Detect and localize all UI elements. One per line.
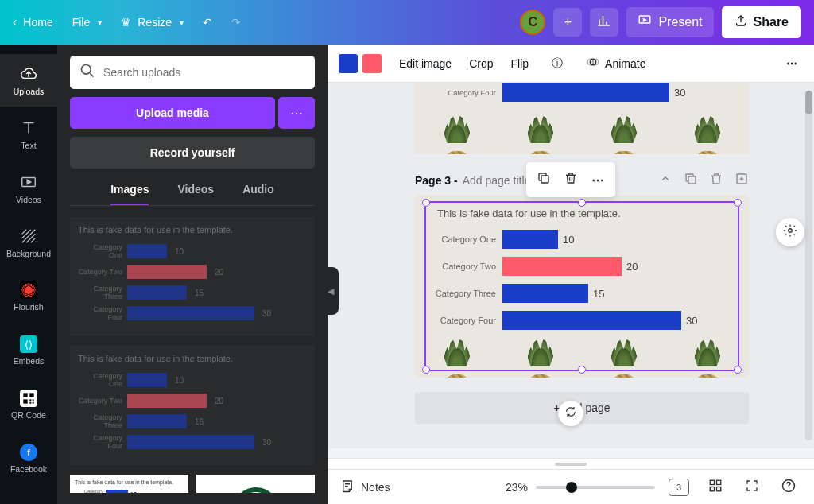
rail-label: Facebook: [10, 464, 47, 474]
rail-background[interactable]: Background: [0, 216, 57, 269]
notes-button[interactable]: Notes: [340, 479, 390, 495]
rail-uploads[interactable]: Uploads: [0, 54, 57, 107]
tab-videos[interactable]: Videos: [177, 183, 214, 205]
file-menu[interactable]: File ▾: [72, 16, 103, 29]
color-swatch-1[interactable]: [339, 54, 358, 73]
trash-icon: [564, 171, 578, 188]
horizontal-scrollbar[interactable]: [328, 448, 814, 458]
add-page-button[interactable]: [735, 172, 749, 188]
animate-button[interactable]: Animate: [586, 55, 645, 72]
fullscreen-button[interactable]: [739, 475, 765, 500]
file-label: File: [72, 16, 91, 29]
rail-label: Flourish: [14, 302, 43, 312]
page-preview[interactable]: Category Four30: [415, 83, 749, 154]
rail-label: Uploads: [14, 87, 45, 96]
svg-rect-4: [23, 399, 27, 403]
magic-icon: [783, 223, 797, 241]
present-label: Present: [658, 15, 702, 29]
svg-point-9: [82, 65, 91, 75]
page-up-button[interactable]: [658, 172, 673, 188]
header-right: C + Present Share: [520, 6, 801, 38]
crown-icon: ♛: [121, 16, 131, 29]
rail-qrcode[interactable]: QR Code: [0, 378, 57, 431]
color-swatch-2[interactable]: [362, 54, 382, 73]
vertical-scrollbar[interactable]: [805, 91, 812, 440]
bottom-bar: Notes 23% 3: [328, 469, 814, 504]
avatar[interactable]: C: [520, 10, 545, 35]
animate-icon: [586, 55, 600, 72]
undo-button[interactable]: ↶: [203, 16, 212, 29]
redo-button[interactable]: ↷: [231, 16, 241, 29]
duplicate-button[interactable]: [531, 167, 556, 192]
thumbnail[interactable]: This is fake data for use in the templat…: [70, 217, 315, 336]
background-icon: [19, 227, 38, 246]
canvas-area: Edit image Crop Flip ⓘ Animate ⋯ Categor…: [328, 45, 814, 504]
info-icon: ⓘ: [552, 56, 563, 71]
resize-handle[interactable]: [734, 199, 742, 207]
insights-button[interactable]: [590, 8, 618, 37]
zoom-control: 23%: [506, 481, 655, 494]
thumbnail-row: This is fake data for use in the templat…: [70, 475, 315, 493]
resize-menu[interactable]: ♛ Resize ▾: [121, 16, 184, 29]
page-floating-toolbar: ⋯: [526, 162, 615, 197]
flourish-icon: [20, 281, 37, 299]
record-yourself-button[interactable]: Record yourself: [70, 137, 315, 169]
more-button[interactable]: ⋯: [781, 52, 803, 75]
svg-rect-22: [710, 487, 714, 491]
help-icon: [781, 478, 797, 496]
rotate-fab[interactable]: [558, 401, 583, 426]
search-icon: [79, 63, 95, 82]
svg-rect-21: [717, 480, 721, 484]
scrollbar-thumb[interactable]: [805, 91, 812, 114]
crop-button[interactable]: Crop: [469, 57, 493, 70]
upload-media-button[interactable]: Upload media: [70, 97, 275, 129]
rail-embeds[interactable]: ⟨⟩ Embeds: [0, 324, 57, 377]
more-icon: ⋯: [290, 106, 303, 121]
flip-button[interactable]: Flip: [511, 57, 529, 70]
search-input[interactable]: [103, 66, 305, 79]
zoom-slider[interactable]: [536, 486, 655, 489]
thumbnail[interactable]: This is fake data for use in the templat…: [70, 346, 315, 465]
pineapple-row: [415, 335, 749, 378]
page-count-button[interactable]: 3: [666, 475, 692, 500]
resize-handle[interactable]: [422, 199, 430, 207]
grid-view-button[interactable]: [703, 475, 728, 500]
slider-thumb[interactable]: [566, 482, 577, 493]
search-box[interactable]: [70, 56, 315, 89]
tab-audio[interactable]: Audio: [242, 183, 274, 205]
context-toolbar: Edit image Crop Flip ⓘ Animate ⋯: [328, 45, 814, 83]
add-member-button[interactable]: +: [553, 8, 582, 37]
qrcode-icon: [20, 390, 37, 407]
footer-drag-handle[interactable]: [328, 458, 814, 469]
home-button[interactable]: ‹ Home: [13, 15, 53, 29]
help-button[interactable]: [776, 475, 801, 500]
info-button[interactable]: ⓘ: [546, 52, 568, 75]
rail-facebook[interactable]: f Facebook: [0, 432, 57, 485]
duplicate-page-button[interactable]: [684, 172, 698, 188]
sidebar-tabs: Images Videos Audio: [70, 183, 315, 206]
share-button[interactable]: Share: [722, 6, 801, 38]
text-icon: [19, 118, 38, 138]
more-button[interactable]: ⋯: [585, 167, 610, 192]
rail-flourish[interactable]: Flourish: [0, 270, 57, 323]
undo-icon: ↶: [203, 16, 212, 29]
tab-images[interactable]: Images: [110, 183, 149, 205]
rail-videos[interactable]: Videos: [0, 162, 57, 215]
resize-handle[interactable]: [578, 199, 586, 207]
delete-page-button[interactable]: [709, 172, 723, 188]
present-button[interactable]: Present: [626, 7, 713, 37]
thumbnail[interactable]: This is fake data for use in the templat…: [70, 475, 188, 493]
delete-button[interactable]: [558, 167, 583, 192]
home-label: Home: [23, 16, 52, 29]
edit-image-button[interactable]: Edit image: [399, 57, 452, 70]
svg-point-19: [789, 229, 793, 233]
canvas-scroll[interactable]: Category Four30 ⋯ Page 3: [328, 83, 814, 448]
page-current[interactable]: This is fake data for use in the templat…: [415, 195, 749, 378]
crop-fab[interactable]: [776, 218, 804, 246]
upload-more-button[interactable]: ⋯: [278, 97, 315, 129]
rail-text[interactable]: Text: [0, 108, 57, 161]
plus-icon: +: [564, 15, 572, 29]
thumbnail[interactable]: [196, 475, 315, 493]
thumbnail-list: This is fake data for use in the templat…: [70, 217, 315, 493]
top-header: ‹ Home File ▾ ♛ Resize ▾ ↶ ↷ C + Present: [0, 0, 814, 45]
